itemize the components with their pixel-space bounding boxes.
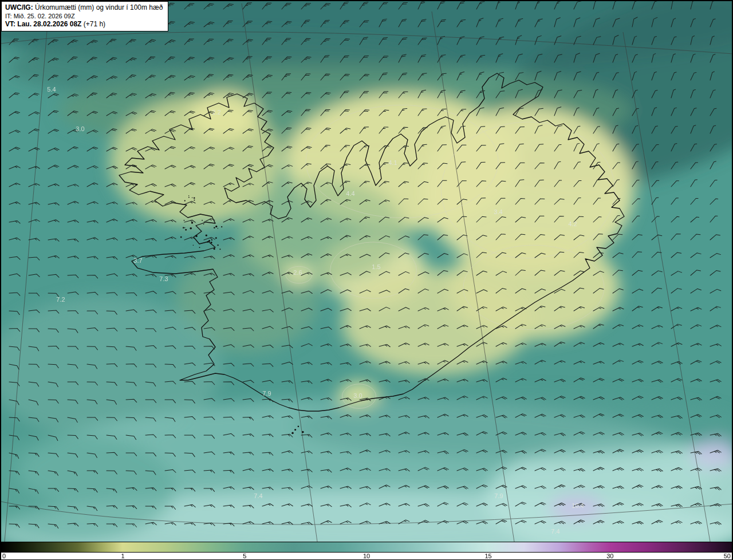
contour-label: 3.7 (133, 257, 142, 264)
colorbar-tick-labels: 01510153050 (1, 553, 732, 559)
contour-label: 2.6 (293, 269, 302, 276)
islet (180, 236, 182, 238)
init-time: IT: Mið. 25. 02. 2026 09Z (5, 12, 163, 20)
precip-blob (293, 393, 732, 459)
islet (193, 244, 194, 246)
islet (191, 222, 193, 223)
islet (215, 237, 217, 239)
colorbar-gradient (1, 542, 732, 553)
colorbar-tick-0: 0 (2, 553, 6, 559)
contour-label: 7.2 (56, 296, 65, 303)
contour-label: 7.3 (159, 275, 168, 282)
islet (202, 220, 203, 221)
precipitation-colorbar: 01510153050 (1, 542, 732, 559)
contour-label: 3.0 (353, 392, 362, 399)
islet (190, 227, 192, 230)
islet (302, 431, 304, 433)
islet (184, 200, 186, 202)
islet (184, 227, 186, 228)
contour-label: 7.4 (551, 528, 559, 535)
precip-blob (342, 269, 531, 374)
islet (298, 425, 299, 427)
islet (194, 197, 195, 199)
contour-label: 4.4 (346, 190, 354, 197)
contour-label: 1.5 (372, 263, 380, 270)
islet (217, 244, 218, 246)
contour-label: 3.4 (494, 208, 502, 215)
islet (211, 239, 212, 240)
valid-time: VT: Lau. 28.02.2026 08Z (5, 20, 81, 28)
weather-map: 5.43.02.24.14.43.44.23.72.61.57.37.27.93… (1, 1, 732, 542)
islet (221, 226, 222, 227)
contour-label: 7.4 (254, 492, 262, 499)
contour-label: 7.9 (494, 492, 503, 499)
islet (183, 227, 184, 228)
islet (188, 197, 190, 198)
contour-label: 10.4 (572, 502, 584, 509)
islet (219, 249, 220, 250)
colorbar-tick-15: 15 (484, 553, 491, 559)
model-label: UWC/IG: (5, 3, 33, 11)
colorbar-tick-30: 30 (606, 553, 613, 559)
map-title: Úrkomumætti (mm) og vindur í 100m hæð (33, 3, 163, 11)
contour-label: 4.2 (568, 220, 577, 227)
islet (206, 234, 207, 236)
islet (294, 429, 296, 431)
colorbar-tick-1: 1 (121, 553, 125, 559)
islet (185, 229, 187, 231)
map-area: 5.43.02.24.14.43.44.23.72.61.57.37.27.93… (1, 1, 732, 542)
islet (211, 242, 212, 243)
valid-offset: (+71 h) (81, 20, 105, 28)
islet (195, 235, 198, 238)
valid-time-line: VT: Lau. 28.02.2026 08Z (+71 h) (5, 20, 163, 29)
colorbar-tick-5: 5 (243, 553, 246, 559)
contour-label: 2.2 (212, 109, 220, 116)
title-box: UWC/IG: Úrkomumætti (mm) og vindur í 100… (1, 1, 168, 31)
islet (218, 228, 218, 228)
islet (216, 226, 217, 227)
islet (208, 240, 210, 242)
islet (192, 198, 192, 198)
weather-map-frame: 5.43.02.24.14.43.44.23.72.61.57.37.27.93… (0, 0, 733, 560)
islet (203, 224, 204, 225)
contour-label: 5.4 (47, 86, 56, 93)
contour-label: 7.9 (262, 390, 271, 397)
contour-label: 3.0 (76, 125, 84, 132)
islet (184, 220, 185, 221)
islet (199, 247, 200, 248)
islet (188, 195, 189, 196)
title-line: UWC/IG: Úrkomumætti (mm) og vindur í 100… (5, 3, 163, 12)
islet (214, 248, 215, 250)
islet (291, 432, 294, 435)
colorbar-tick-10: 10 (363, 553, 370, 559)
islet (214, 227, 215, 229)
colorbar-tick-50: 50 (724, 553, 731, 559)
contour-label: 4.1 (388, 159, 397, 166)
islet (194, 200, 195, 201)
islet (207, 241, 208, 243)
